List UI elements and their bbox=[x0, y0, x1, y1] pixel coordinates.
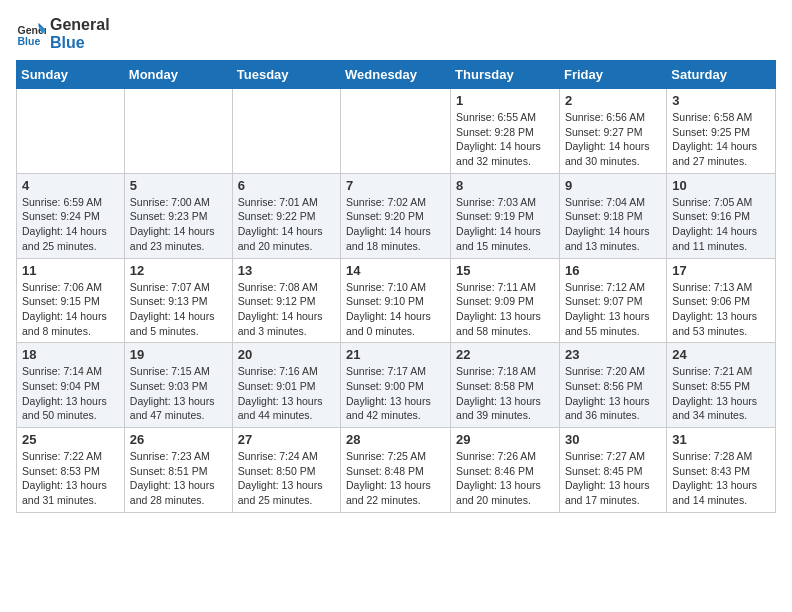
calendar-week-row: 25Sunrise: 7:22 AMSunset: 8:53 PMDayligh… bbox=[17, 428, 776, 513]
calendar-table: Sunday Monday Tuesday Wednesday Thursday… bbox=[16, 60, 776, 513]
logo-general: General bbox=[50, 16, 110, 34]
day-info: Sunrise: 7:18 AMSunset: 8:58 PMDaylight:… bbox=[456, 364, 554, 423]
day-number: 13 bbox=[238, 263, 335, 278]
calendar-cell: 25Sunrise: 7:22 AMSunset: 8:53 PMDayligh… bbox=[17, 428, 125, 513]
day-info: Sunrise: 7:06 AMSunset: 9:15 PMDaylight:… bbox=[22, 280, 119, 339]
calendar-cell: 15Sunrise: 7:11 AMSunset: 9:09 PMDayligh… bbox=[451, 258, 560, 343]
day-info: Sunrise: 6:56 AMSunset: 9:27 PMDaylight:… bbox=[565, 110, 661, 169]
day-number: 3 bbox=[672, 93, 770, 108]
calendar-cell: 8Sunrise: 7:03 AMSunset: 9:19 PMDaylight… bbox=[451, 173, 560, 258]
day-number: 12 bbox=[130, 263, 227, 278]
day-info: Sunrise: 7:24 AMSunset: 8:50 PMDaylight:… bbox=[238, 449, 335, 508]
calendar-cell: 5Sunrise: 7:00 AMSunset: 9:23 PMDaylight… bbox=[124, 173, 232, 258]
calendar-week-row: 18Sunrise: 7:14 AMSunset: 9:04 PMDayligh… bbox=[17, 343, 776, 428]
day-info: Sunrise: 6:59 AMSunset: 9:24 PMDaylight:… bbox=[22, 195, 119, 254]
day-info: Sunrise: 7:16 AMSunset: 9:01 PMDaylight:… bbox=[238, 364, 335, 423]
day-info: Sunrise: 7:05 AMSunset: 9:16 PMDaylight:… bbox=[672, 195, 770, 254]
calendar-cell: 10Sunrise: 7:05 AMSunset: 9:16 PMDayligh… bbox=[667, 173, 776, 258]
calendar-cell: 26Sunrise: 7:23 AMSunset: 8:51 PMDayligh… bbox=[124, 428, 232, 513]
calendar-cell: 6Sunrise: 7:01 AMSunset: 9:22 PMDaylight… bbox=[232, 173, 340, 258]
day-number: 7 bbox=[346, 178, 445, 193]
day-number: 22 bbox=[456, 347, 554, 362]
day-number: 14 bbox=[346, 263, 445, 278]
day-info: Sunrise: 7:07 AMSunset: 9:13 PMDaylight:… bbox=[130, 280, 227, 339]
day-number: 6 bbox=[238, 178, 335, 193]
calendar-cell: 12Sunrise: 7:07 AMSunset: 9:13 PMDayligh… bbox=[124, 258, 232, 343]
day-info: Sunrise: 6:55 AMSunset: 9:28 PMDaylight:… bbox=[456, 110, 554, 169]
day-number: 9 bbox=[565, 178, 661, 193]
day-info: Sunrise: 7:03 AMSunset: 9:19 PMDaylight:… bbox=[456, 195, 554, 254]
day-number: 26 bbox=[130, 432, 227, 447]
day-number: 1 bbox=[456, 93, 554, 108]
day-info: Sunrise: 7:10 AMSunset: 9:10 PMDaylight:… bbox=[346, 280, 445, 339]
day-number: 21 bbox=[346, 347, 445, 362]
header-tuesday: Tuesday bbox=[232, 61, 340, 89]
day-info: Sunrise: 7:08 AMSunset: 9:12 PMDaylight:… bbox=[238, 280, 335, 339]
day-number: 17 bbox=[672, 263, 770, 278]
calendar-cell: 18Sunrise: 7:14 AMSunset: 9:04 PMDayligh… bbox=[17, 343, 125, 428]
day-number: 10 bbox=[672, 178, 770, 193]
calendar-cell bbox=[124, 89, 232, 174]
day-info: Sunrise: 7:11 AMSunset: 9:09 PMDaylight:… bbox=[456, 280, 554, 339]
calendar-week-row: 4Sunrise: 6:59 AMSunset: 9:24 PMDaylight… bbox=[17, 173, 776, 258]
day-info: Sunrise: 7:01 AMSunset: 9:22 PMDaylight:… bbox=[238, 195, 335, 254]
day-info: Sunrise: 6:58 AMSunset: 9:25 PMDaylight:… bbox=[672, 110, 770, 169]
day-number: 30 bbox=[565, 432, 661, 447]
header-thursday: Thursday bbox=[451, 61, 560, 89]
calendar-cell: 29Sunrise: 7:26 AMSunset: 8:46 PMDayligh… bbox=[451, 428, 560, 513]
day-number: 19 bbox=[130, 347, 227, 362]
day-info: Sunrise: 7:04 AMSunset: 9:18 PMDaylight:… bbox=[565, 195, 661, 254]
calendar-cell: 21Sunrise: 7:17 AMSunset: 9:00 PMDayligh… bbox=[341, 343, 451, 428]
calendar-cell: 30Sunrise: 7:27 AMSunset: 8:45 PMDayligh… bbox=[559, 428, 666, 513]
day-info: Sunrise: 7:23 AMSunset: 8:51 PMDaylight:… bbox=[130, 449, 227, 508]
logo: General Blue General Blue bbox=[16, 16, 110, 52]
header-wednesday: Wednesday bbox=[341, 61, 451, 89]
calendar-cell: 2Sunrise: 6:56 AMSunset: 9:27 PMDaylight… bbox=[559, 89, 666, 174]
calendar-cell: 23Sunrise: 7:20 AMSunset: 8:56 PMDayligh… bbox=[559, 343, 666, 428]
day-number: 25 bbox=[22, 432, 119, 447]
day-info: Sunrise: 7:13 AMSunset: 9:06 PMDaylight:… bbox=[672, 280, 770, 339]
day-number: 15 bbox=[456, 263, 554, 278]
header-friday: Friday bbox=[559, 61, 666, 89]
calendar-cell: 17Sunrise: 7:13 AMSunset: 9:06 PMDayligh… bbox=[667, 258, 776, 343]
calendar-cell: 14Sunrise: 7:10 AMSunset: 9:10 PMDayligh… bbox=[341, 258, 451, 343]
calendar-cell: 7Sunrise: 7:02 AMSunset: 9:20 PMDaylight… bbox=[341, 173, 451, 258]
calendar-cell: 3Sunrise: 6:58 AMSunset: 9:25 PMDaylight… bbox=[667, 89, 776, 174]
calendar-cell: 9Sunrise: 7:04 AMSunset: 9:18 PMDaylight… bbox=[559, 173, 666, 258]
logo-icon: General Blue bbox=[16, 19, 46, 49]
day-number: 11 bbox=[22, 263, 119, 278]
day-number: 23 bbox=[565, 347, 661, 362]
svg-text:Blue: Blue bbox=[18, 35, 41, 47]
page-header: General Blue General Blue bbox=[16, 16, 776, 52]
day-number: 24 bbox=[672, 347, 770, 362]
calendar-week-row: 11Sunrise: 7:06 AMSunset: 9:15 PMDayligh… bbox=[17, 258, 776, 343]
calendar-cell: 16Sunrise: 7:12 AMSunset: 9:07 PMDayligh… bbox=[559, 258, 666, 343]
calendar-cell: 19Sunrise: 7:15 AMSunset: 9:03 PMDayligh… bbox=[124, 343, 232, 428]
calendar-cell: 28Sunrise: 7:25 AMSunset: 8:48 PMDayligh… bbox=[341, 428, 451, 513]
calendar-cell: 13Sunrise: 7:08 AMSunset: 9:12 PMDayligh… bbox=[232, 258, 340, 343]
day-number: 31 bbox=[672, 432, 770, 447]
day-number: 5 bbox=[130, 178, 227, 193]
day-info: Sunrise: 7:22 AMSunset: 8:53 PMDaylight:… bbox=[22, 449, 119, 508]
calendar-cell: 4Sunrise: 6:59 AMSunset: 9:24 PMDaylight… bbox=[17, 173, 125, 258]
day-info: Sunrise: 7:14 AMSunset: 9:04 PMDaylight:… bbox=[22, 364, 119, 423]
day-info: Sunrise: 7:21 AMSunset: 8:55 PMDaylight:… bbox=[672, 364, 770, 423]
calendar-cell bbox=[17, 89, 125, 174]
day-number: 20 bbox=[238, 347, 335, 362]
logo-blue: Blue bbox=[50, 34, 110, 52]
calendar-cell: 11Sunrise: 7:06 AMSunset: 9:15 PMDayligh… bbox=[17, 258, 125, 343]
calendar-week-row: 1Sunrise: 6:55 AMSunset: 9:28 PMDaylight… bbox=[17, 89, 776, 174]
day-info: Sunrise: 7:27 AMSunset: 8:45 PMDaylight:… bbox=[565, 449, 661, 508]
calendar-cell: 31Sunrise: 7:28 AMSunset: 8:43 PMDayligh… bbox=[667, 428, 776, 513]
day-info: Sunrise: 7:15 AMSunset: 9:03 PMDaylight:… bbox=[130, 364, 227, 423]
day-info: Sunrise: 7:28 AMSunset: 8:43 PMDaylight:… bbox=[672, 449, 770, 508]
day-number: 8 bbox=[456, 178, 554, 193]
calendar-cell: 22Sunrise: 7:18 AMSunset: 8:58 PMDayligh… bbox=[451, 343, 560, 428]
day-info: Sunrise: 7:20 AMSunset: 8:56 PMDaylight:… bbox=[565, 364, 661, 423]
day-info: Sunrise: 7:12 AMSunset: 9:07 PMDaylight:… bbox=[565, 280, 661, 339]
day-number: 27 bbox=[238, 432, 335, 447]
calendar-cell bbox=[232, 89, 340, 174]
calendar-cell: 1Sunrise: 6:55 AMSunset: 9:28 PMDaylight… bbox=[451, 89, 560, 174]
day-number: 4 bbox=[22, 178, 119, 193]
day-info: Sunrise: 7:00 AMSunset: 9:23 PMDaylight:… bbox=[130, 195, 227, 254]
